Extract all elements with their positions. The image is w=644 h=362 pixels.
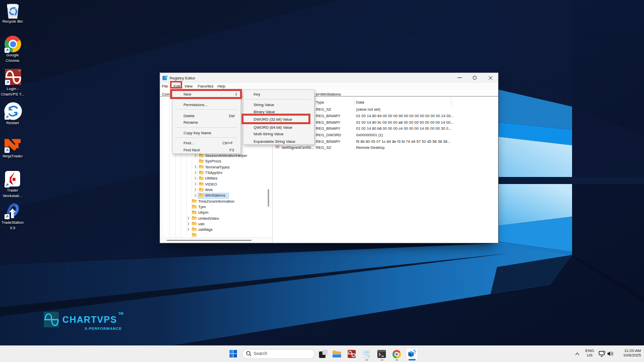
svg-text:TerminalTypes: TerminalTypes <box>205 165 230 169</box>
svg-text:TSAppSrv: TSAppSrv <box>205 170 223 175</box>
svg-text:TimeZoneInformation: TimeZoneInformation <box>198 199 234 204</box>
svg-text:™: ™ <box>18 69 21 72</box>
svg-text:usbflags: usbflags <box>198 227 212 232</box>
svg-text:ab: ab <box>276 145 280 148</box>
svg-text:Utilities: Utilities <box>205 176 218 180</box>
svg-text:WinStations: WinStations <box>205 193 226 198</box>
svg-text:UnitedVideo: UnitedVideo <box>198 216 219 221</box>
svg-text:Tpm: Tpm <box>198 205 206 209</box>
svg-text:VIDEO: VIDEO <box>205 182 217 187</box>
svg-text:Wds: Wds <box>205 188 213 192</box>
svg-text:SysProcs: SysProcs <box>205 159 221 163</box>
svg-text:usb: usb <box>198 222 204 226</box>
svg-text:SessionArbitrationHelper: SessionArbitrationHelper <box>205 153 248 158</box>
svg-text:Ubpm: Ubpm <box>198 210 208 215</box>
